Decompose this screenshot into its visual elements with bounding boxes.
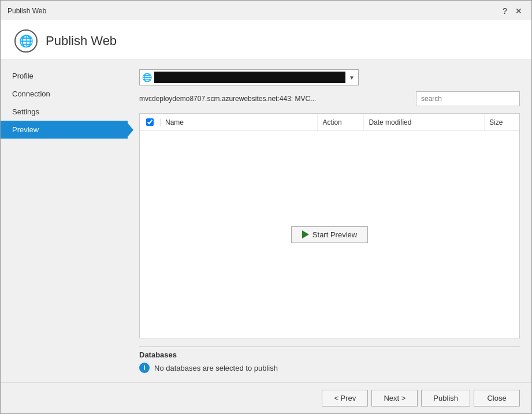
col-header-size: Size	[485, 114, 519, 130]
play-icon	[302, 230, 309, 238]
title-bar-buttons: ? ✕	[499, 5, 524, 17]
databases-section: Databases i No databases are selected to…	[139, 344, 520, 373]
sidebar-item-connection[interactable]: Connection	[1, 85, 128, 103]
publish-button[interactable]: Publish	[421, 390, 470, 406]
sidebar: Profile Connection Settings Preview	[1, 60, 128, 382]
sidebar-item-profile[interactable]: Profile	[1, 67, 128, 85]
title-bar: Publish Web ? ✕	[1, 1, 531, 20]
prev-button[interactable]: < Prev	[322, 390, 368, 406]
preview-content: Start Preview	[140, 131, 519, 338]
profile-row: 🌐 ▼	[139, 69, 520, 85]
header-title: Publish Web	[46, 33, 117, 49]
url-text: mvcdeploydemo8707.scm.azurewebsites.net:…	[139, 95, 316, 103]
col-header-name: Name	[161, 114, 318, 130]
close-button[interactable]: Close	[474, 390, 520, 406]
profile-dropdown[interactable]: 🌐 ▼	[139, 69, 359, 85]
search-input[interactable]	[416, 91, 520, 106]
col-header-action: Action	[318, 114, 364, 130]
databases-header: Databases	[139, 346, 520, 359]
databases-info: i No databases are selected to publish	[139, 363, 520, 373]
profile-value	[154, 72, 345, 83]
footer: < Prev Next > Publish Close	[1, 382, 531, 413]
select-all-checkbox[interactable]	[140, 118, 161, 126]
databases-info-text: No databases are selected to publish	[154, 364, 278, 372]
sidebar-item-preview[interactable]: Preview	[1, 121, 128, 139]
dropdown-arrow-icon: ▼	[348, 74, 356, 81]
start-preview-label: Start Preview	[312, 230, 357, 239]
main-area: 🌐 ▼ mvcdeploydemo8707.scm.azurewebsites.…	[128, 60, 531, 382]
publish-web-dialog: Publish Web ? ✕ 🌐 Publish Web Profile Co…	[0, 0, 532, 414]
dialog-title: Publish Web	[8, 7, 46, 15]
sidebar-item-settings[interactable]: Settings	[1, 103, 128, 121]
close-title-button[interactable]: ✕	[513, 5, 524, 17]
header-icon: 🌐	[14, 29, 38, 53]
content-area: Profile Connection Settings Preview 🌐 ▼	[1, 60, 531, 382]
help-button[interactable]: ?	[499, 5, 511, 17]
checkbox-input[interactable]	[146, 118, 154, 126]
column-headers: Name Action Date modified Size	[161, 114, 519, 130]
next-button[interactable]: Next >	[371, 390, 418, 406]
globe-small-icon: 🌐	[142, 73, 152, 82]
preview-panel: Name Action Date modified Size	[139, 113, 520, 338]
start-preview-button[interactable]: Start Preview	[291, 226, 368, 243]
preview-toolbar: Name Action Date modified Size	[140, 114, 519, 131]
url-row: mvcdeploydemo8707.scm.azurewebsites.net:…	[139, 91, 520, 106]
info-icon: i	[139, 363, 150, 373]
col-header-date: Date modified	[364, 114, 485, 130]
header-section: 🌐 Publish Web	[1, 20, 531, 60]
globe-icon: 🌐	[19, 34, 34, 48]
